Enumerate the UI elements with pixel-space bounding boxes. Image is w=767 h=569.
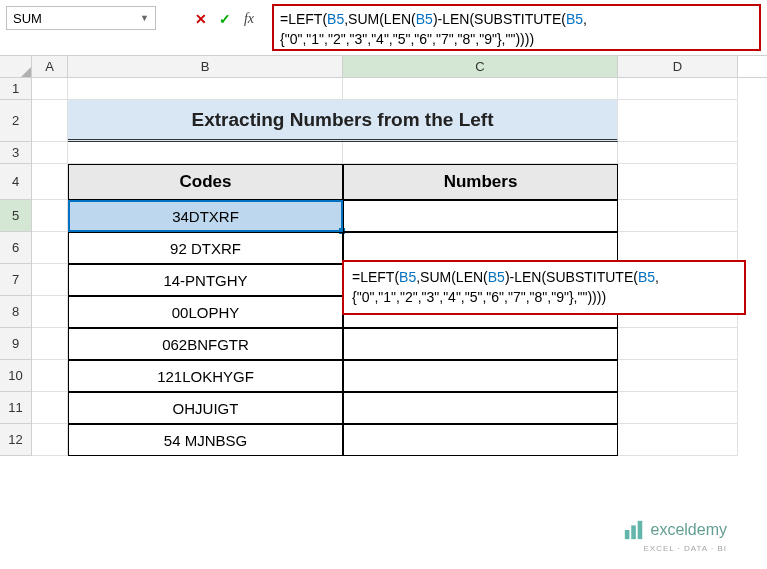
col-header-B[interactable]: B [68,56,343,77]
chevron-down-icon[interactable]: ▼ [140,13,149,23]
row-2: 2 Extracting Numbers from the Left [0,100,767,142]
watermark-tagline: EXCEL · DATA · BI [643,544,727,553]
cell[interactable] [618,328,738,360]
cell[interactable] [32,264,68,296]
cell[interactable] [32,296,68,328]
row-3: 3 [0,142,767,164]
row-9: 9 062BNFGTR [0,328,767,360]
row-header[interactable]: 12 [0,424,32,456]
row-5: 5 34DTXRF [0,200,767,232]
cell[interactable] [618,392,738,424]
svg-rect-2 [637,521,642,539]
cell[interactable] [32,78,68,100]
cell-B12[interactable]: 54 MJNBSG [68,424,343,456]
header-codes[interactable]: Codes [68,164,343,200]
col-header-A[interactable]: A [32,56,68,77]
cell-B8[interactable]: 00LOPHY [68,296,343,328]
cell[interactable] [618,424,738,456]
row-4: 4 Codes Numbers [0,164,767,200]
cell-B9[interactable]: 062BNFGTR [68,328,343,360]
row-header[interactable]: 6 [0,232,32,264]
cell[interactable] [618,164,738,200]
row-header[interactable]: 7 [0,264,32,296]
formula-bar-buttons: ✕ ✓ fx [190,4,260,51]
row-1: 1 [0,78,767,100]
cell[interactable] [618,78,738,100]
header-numbers[interactable]: Numbers [343,164,618,200]
cell[interactable] [618,100,738,142]
formula-bar: SUM ▼ ✕ ✓ fx =LEFT(B5,SUM(LEN(B5)-LEN(SU… [0,0,767,56]
cell[interactable] [32,424,68,456]
spreadsheet-grid[interactable]: A B C D 1 2 Extracting Numbers from the … [0,56,767,456]
cell[interactable] [32,200,68,232]
cell[interactable] [68,78,343,100]
col-header-C[interactable]: C [343,56,618,77]
row-11: 11 OHJUIGT [0,392,767,424]
title-cell[interactable]: Extracting Numbers from the Left [68,100,618,142]
row-header[interactable]: 2 [0,100,32,142]
cell-B6[interactable]: 92 DTXRF [68,232,343,264]
cancel-icon[interactable]: ✕ [190,8,212,30]
cell-B7[interactable]: 14-PNTGHY [68,264,343,296]
row-header[interactable]: 5 [0,200,32,232]
cell[interactable] [618,200,738,232]
cell[interactable] [343,78,618,100]
row-12: 12 54 MJNBSG [0,424,767,456]
cell[interactable] [32,232,68,264]
cell[interactable] [618,360,738,392]
svg-rect-0 [624,530,629,539]
cell-C10[interactable] [343,360,618,392]
cell-B11[interactable]: OHJUIGT [68,392,343,424]
cell-B5[interactable]: 34DTXRF [68,200,343,232]
row-header[interactable]: 11 [0,392,32,424]
cell[interactable] [68,142,343,164]
exceldemy-logo-icon [623,519,645,541]
formula-edit-text: =LEFT(B5,SUM(LEN(B5)-LEN(SUBSTITUTE(B5,{… [352,269,659,305]
cell-C9[interactable] [343,328,618,360]
select-all-corner[interactable] [0,56,32,77]
column-headers: A B C D [0,56,767,78]
row-10: 10 121LOKHYGF [0,360,767,392]
cell-C11[interactable] [343,392,618,424]
cell[interactable] [32,392,68,424]
cell-C5[interactable] [343,200,618,232]
fx-icon[interactable]: fx [238,8,260,30]
row-header[interactable]: 9 [0,328,32,360]
row-header[interactable]: 4 [0,164,32,200]
cell-C12[interactable] [343,424,618,456]
cell-value: 34DTXRF [172,208,239,225]
watermark-brand: exceldemy [651,521,727,539]
cell[interactable] [32,360,68,392]
name-box[interactable]: SUM ▼ [6,6,156,30]
cell[interactable] [32,100,68,142]
watermark: exceldemy EXCEL · DATA · BI [623,519,727,541]
row-header[interactable]: 1 [0,78,32,100]
cell-edit-overlay[interactable]: =LEFT(B5,SUM(LEN(B5)-LEN(SUBSTITUTE(B5,{… [342,260,746,315]
formula-input[interactable]: =LEFT(B5,SUM(LEN(B5)-LEN(SUBSTITUTE(B5,{… [272,4,761,51]
row-header[interactable]: 8 [0,296,32,328]
cell[interactable] [618,142,738,164]
formula-text: =LEFT(B5,SUM(LEN(B5)-LEN(SUBSTITUTE(B5,{… [280,11,587,47]
enter-icon[interactable]: ✓ [214,8,236,30]
cell-B10[interactable]: 121LOKHYGF [68,360,343,392]
cell[interactable] [343,142,618,164]
name-box-value: SUM [13,11,140,26]
col-header-D[interactable]: D [618,56,738,77]
svg-rect-1 [631,525,636,539]
cell[interactable] [32,328,68,360]
cell[interactable] [32,164,68,200]
row-header[interactable]: 10 [0,360,32,392]
row-header[interactable]: 3 [0,142,32,164]
cell[interactable] [32,142,68,164]
